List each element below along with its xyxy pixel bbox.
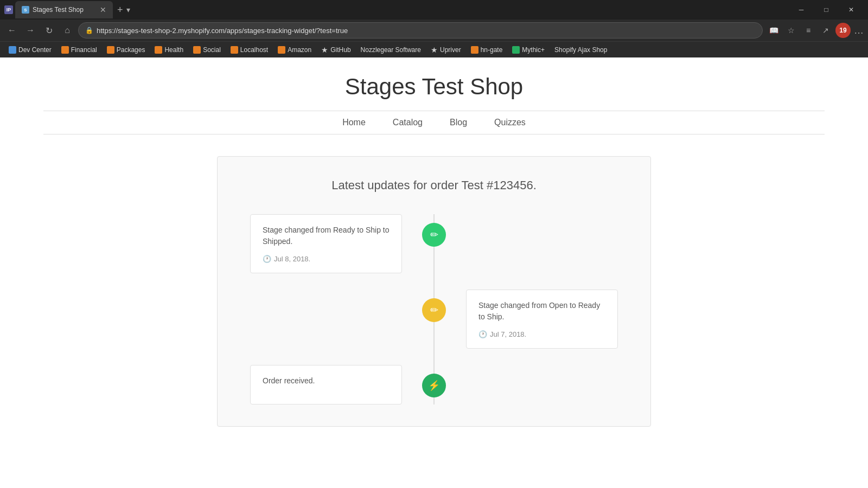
timeline-card-text-1: Stage changed from Ready to Ship to Ship… bbox=[263, 224, 390, 247]
clock-icon-2: 🕐 bbox=[478, 330, 487, 338]
maximize-button[interactable]: □ bbox=[814, 0, 839, 20]
upriver-star-icon: ★ bbox=[431, 46, 438, 54]
window-controls: ─ □ ✕ bbox=[789, 0, 864, 20]
site-nav-wrapper: Home Catalog Blog Quizzes bbox=[43, 111, 825, 134]
timeline-item-2: ✏ Stage changed from Open to Ready to Sh… bbox=[250, 290, 618, 349]
bookmark-icon bbox=[61, 46, 69, 54]
bookmark-icon bbox=[278, 46, 285, 54]
browser-toolbar: ← → ↻ ⌂ 🔒 https://stages-test-shop-2.mys… bbox=[0, 20, 868, 41]
site-header: Stages Test Shop Home Catalog Blog Quizz… bbox=[0, 57, 868, 134]
bookmark-packages[interactable]: Packages bbox=[103, 45, 150, 55]
nav-home[interactable]: Home bbox=[342, 118, 366, 127]
browser-favicon: IP bbox=[4, 5, 13, 14]
page-content: Stages Test Shop Home Catalog Blog Quizz… bbox=[0, 57, 868, 472]
bookmark-icon bbox=[231, 46, 238, 54]
profile-button[interactable]: 19 bbox=[835, 23, 851, 38]
url-display: https://stages-test-shop-2.myshopify.com… bbox=[97, 27, 756, 35]
site-nav: Home Catalog Blog Quizzes bbox=[43, 118, 825, 127]
timeline-item-3: Order received. ⚡ bbox=[250, 365, 618, 404]
nav-catalog[interactable]: Catalog bbox=[393, 118, 423, 127]
github-star-icon: ★ bbox=[321, 46, 328, 54]
browser-titlebar: IP S Stages Test Shop ✕ + ▾ ─ □ ✕ bbox=[0, 0, 868, 20]
bookmark-upriver[interactable]: ★ Upriver bbox=[426, 44, 465, 55]
bookmark-nozzlegear[interactable]: Nozzlegear Software bbox=[356, 45, 425, 55]
back-button[interactable]: ← bbox=[4, 23, 20, 38]
bookmark-hn-gate[interactable]: hn-gate bbox=[467, 45, 507, 55]
minimize-button[interactable]: ─ bbox=[789, 0, 814, 20]
toolbar-right: 📖 ☆ ≡ ↗ 19 … bbox=[766, 23, 864, 38]
site-title: Stages Test Shop bbox=[0, 74, 868, 100]
share-button[interactable]: ↗ bbox=[818, 23, 833, 38]
tab-close-button[interactable]: ✕ bbox=[100, 6, 106, 14]
browser-tab[interactable]: S Stages Test Shop ✕ bbox=[15, 1, 113, 18]
timeline-icon-3: ⚡ bbox=[422, 374, 446, 397]
pencil-icon-2: ✏ bbox=[430, 304, 438, 316]
browser-window: IP S Stages Test Shop ✕ + ▾ ─ □ ✕ ← → ↻ … bbox=[0, 0, 868, 472]
forward-button[interactable]: → bbox=[23, 23, 38, 38]
bookmark-dev-center[interactable]: Dev Center bbox=[4, 45, 56, 55]
bookmark-social[interactable]: Social bbox=[189, 45, 225, 55]
timeline-card-date-1: 🕐 Jul 8, 2018. bbox=[263, 255, 390, 263]
address-bar[interactable]: 🔒 https://stages-test-shop-2.myshopify.c… bbox=[78, 22, 763, 38]
refresh-button[interactable]: ↻ bbox=[41, 23, 56, 38]
timeline-card-date-2: 🕐 Jul 7, 2018. bbox=[478, 330, 605, 338]
timeline-item-1: Stage changed from Ready to Ship to Ship… bbox=[250, 214, 618, 273]
home-button[interactable]: ⌂ bbox=[60, 23, 75, 38]
timeline: Stage changed from Ready to Ship to Ship… bbox=[239, 214, 629, 404]
bookmark-icon bbox=[9, 46, 16, 54]
timeline-icon-2: ✏ bbox=[422, 298, 446, 322]
security-icon: 🔒 bbox=[85, 27, 93, 34]
bookmark-icon bbox=[155, 46, 162, 54]
tab-title: Stages Test Shop bbox=[33, 6, 97, 14]
timeline-card-2: Stage changed from Open to Ready to Ship… bbox=[466, 290, 618, 349]
pencil-icon-1: ✏ bbox=[430, 229, 438, 241]
bookmark-shopify-ajax[interactable]: Shopify Ajax Shop bbox=[550, 45, 611, 55]
timeline-card-text-3: Order received. bbox=[263, 375, 390, 387]
more-button[interactable]: … bbox=[854, 25, 864, 36]
bookmark-icon bbox=[193, 46, 201, 54]
bolt-icon-3: ⚡ bbox=[428, 380, 440, 391]
timeline-card-1: Stage changed from Ready to Ship to Ship… bbox=[250, 214, 402, 273]
clock-icon-1: 🕐 bbox=[263, 255, 271, 263]
order-title: Latest updates for order Test #123456. bbox=[239, 178, 629, 192]
reading-list-button[interactable]: ≡ bbox=[801, 23, 816, 38]
timeline-icon-1: ✏ bbox=[422, 223, 446, 247]
close-button[interactable]: ✕ bbox=[839, 0, 864, 20]
bookmark-mythic[interactable]: Mythic+ bbox=[508, 45, 549, 55]
bookmark-icon bbox=[471, 46, 478, 54]
nav-quizzes[interactable]: Quizzes bbox=[494, 118, 526, 127]
reader-view-button[interactable]: 📖 bbox=[766, 23, 781, 38]
bookmarks-bar: Dev Center Financial Packages Health Soc… bbox=[0, 41, 868, 57]
bookmark-localhost[interactable]: Localhost bbox=[226, 45, 272, 55]
tab-list-button[interactable]: ▾ bbox=[126, 5, 130, 14]
bookmark-icon bbox=[512, 46, 520, 54]
bookmark-github[interactable]: ★ GitHub bbox=[317, 44, 355, 55]
bookmark-amazon[interactable]: Amazon bbox=[273, 45, 316, 55]
bookmark-icon bbox=[107, 46, 114, 54]
nav-blog[interactable]: Blog bbox=[450, 118, 467, 127]
new-tab-button[interactable]: + bbox=[117, 4, 123, 16]
timeline-card-3: Order received. bbox=[250, 365, 402, 404]
favorites-button[interactable]: ☆ bbox=[783, 23, 799, 38]
timeline-card-text-2: Stage changed from Open to Ready to Ship… bbox=[478, 300, 605, 323]
bookmark-health[interactable]: Health bbox=[150, 45, 188, 55]
tracking-container: Latest updates for order Test #123456. S… bbox=[217, 156, 651, 427]
tab-favicon: S bbox=[24, 8, 27, 12]
bookmark-financial[interactable]: Financial bbox=[57, 45, 101, 55]
